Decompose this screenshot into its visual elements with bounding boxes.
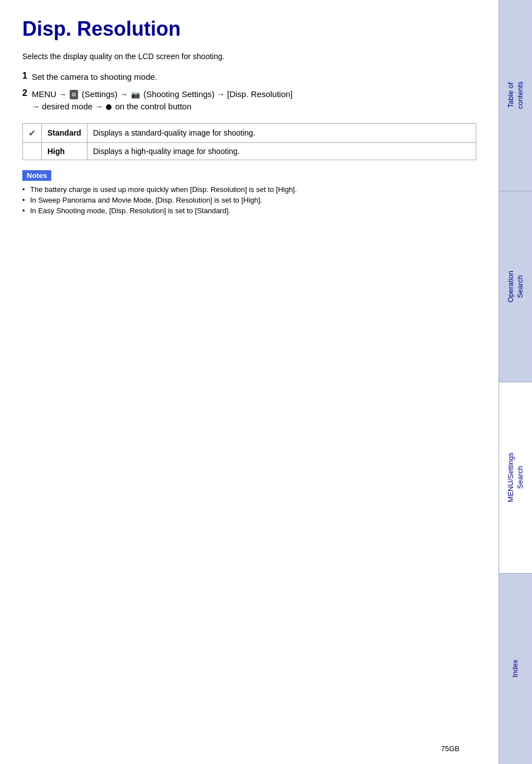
right-sidebar: Table ofcontents OperationSearch MENU/Se… — [499, 0, 532, 764]
list-item: In Sweep Panorama and Movie Mode, [Disp.… — [22, 196, 476, 204]
table-row: High Displays a high-quality image for s… — [23, 142, 476, 160]
sidebar-item-index[interactable]: Index — [499, 574, 532, 765]
sidebar-label-operation-search: OperationSearch — [506, 271, 525, 302]
notes-label: Notes — [22, 170, 51, 181]
page-title: Disp. Resolution — [22, 17, 476, 41]
step-2-text: MENU → ⚙ (Settings) → 📷 (Shooting Settin… — [32, 88, 293, 113]
list-item: In Easy Shooting mode, [Disp. Resolution… — [22, 206, 476, 215]
sidebar-item-toc[interactable]: Table ofcontents — [499, 0, 532, 191]
circle-button-icon — [106, 104, 112, 110]
step-1-number: 1 — [22, 71, 27, 84]
option-desc-high: Displays a high-quality image for shooti… — [87, 142, 476, 160]
notes-list: The battery charge is used up more quick… — [22, 185, 476, 215]
step-2: 2 MENU → ⚙ (Settings) → 📷 (Shooting Sett… — [22, 88, 476, 113]
step-2-line1: MENU → ⚙ (Settings) → 📷 (Shooting Settin… — [32, 88, 293, 101]
step-2-number: 2 — [22, 88, 27, 113]
no-checkmark-cell — [23, 142, 42, 160]
step-1: 1 Set the camera to shooting mode. — [22, 71, 476, 84]
shooting-settings-icon: 📷 — [131, 89, 140, 100]
description: Selects the display quality on the LCD s… — [22, 52, 476, 61]
step-2-line2: → desired mode → on the control button — [32, 100, 293, 113]
notes-section: Notes The battery charge is used up more… — [22, 170, 476, 215]
option-desc-standard: Displays a standard-quality image for sh… — [87, 123, 476, 142]
main-content: Disp. Resolution Selects the display qua… — [0, 0, 499, 764]
option-name-high: High — [42, 142, 88, 160]
step-1-text: Set the camera to shooting mode. — [32, 71, 157, 84]
settings-icon: ⚙ — [70, 90, 78, 99]
list-item: The battery charge is used up more quick… — [22, 185, 476, 194]
table-row: ✔ Standard Displays a standard-quality i… — [23, 123, 476, 142]
checkmark-cell: ✔ — [23, 123, 42, 142]
sidebar-item-menu-search[interactable]: MENU/SettingsSearch — [499, 382, 532, 574]
option-name-standard: Standard — [42, 123, 88, 142]
sidebar-label-index: Index — [511, 660, 520, 677]
checkmark-icon: ✔ — [28, 128, 36, 138]
settings-table: ✔ Standard Displays a standard-quality i… — [22, 123, 476, 160]
sidebar-label-toc: Table ofcontents — [506, 81, 525, 109]
page-number: 75GB — [441, 744, 460, 753]
sidebar-item-operation-search[interactable]: OperationSearch — [499, 191, 532, 383]
sidebar-label-menu-search: MENU/SettingsSearch — [506, 453, 525, 502]
